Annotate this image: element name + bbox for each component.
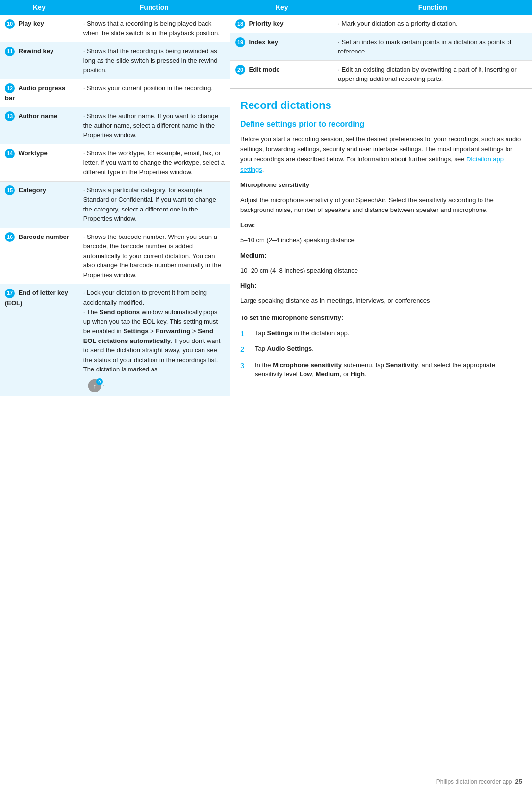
left-key-cell: 13 Author name — [0, 107, 78, 144]
steps-list: 1Tap Settings in the dictation app.2Tap … — [240, 328, 522, 379]
sensitivity-items: Low:5–10 cm (2–4 inches) speaking distan… — [240, 220, 522, 306]
func-list-item: Edit an existing dictation by overwritin… — [338, 65, 527, 84]
right-table-func-header: Function — [333, 0, 532, 15]
badge-15: 15 — [5, 185, 15, 195]
intro-end: . — [262, 166, 264, 173]
badge-18: 18 — [235, 19, 245, 29]
page-number: 25 — [515, 778, 522, 785]
eol-icon: ↑ 9 — [88, 379, 101, 392]
svg-text:↑: ↑ — [93, 382, 96, 390]
func-list-item: Set an index to mark certain points in a… — [338, 37, 527, 56]
record-dictations-section: Record dictations Define settings prior … — [230, 89, 532, 389]
badge-17: 17 — [5, 289, 15, 298]
step-item: 1Tap Settings in the dictation app. — [240, 328, 522, 340]
mic-intro-text: Adjust the microphone sensitivity of you… — [240, 195, 522, 216]
badge-10: 10 — [5, 19, 15, 29]
step-number: 2 — [240, 344, 252, 355]
left-table-func-header: Function — [78, 0, 230, 15]
left-func-cell: Shows the barcode number. When you scan … — [78, 228, 230, 284]
func-list-item: Lock your dictation to prevent it from b… — [83, 288, 225, 307]
func-list-item: Mark your dictation as a priority dictat… — [338, 19, 527, 28]
step-text: Tap Settings in the dictation app. — [255, 328, 522, 338]
left-func-cell: Lock your dictation to prevent it from b… — [78, 284, 230, 396]
left-key-cell: 12 Audio progress bar — [0, 79, 78, 107]
right-key-cell: 19 Index key — [230, 33, 333, 60]
left-column: Key Function 10 Play keyShows that a rec… — [0, 0, 230, 790]
step-item: 2Tap Audio Settings. — [240, 344, 522, 355]
left-key-cell: 15 Category — [0, 181, 78, 228]
func-list-item: Shows the barcode number. When you scan … — [83, 232, 225, 280]
left-func-cell: Shows that a recording is being played b… — [78, 15, 230, 42]
intro-paragraph: Before you start a recording session, se… — [240, 134, 522, 175]
set-sensitivity-heading: To set the microphone sensitivity: — [240, 313, 522, 323]
func-list-item: Shows a particular category, for example… — [83, 185, 225, 224]
func-list-item: Shows the author name. If you want to ch… — [83, 111, 225, 140]
period-text: . — [102, 380, 104, 388]
sensitivity-label: High: — [240, 281, 522, 291]
step-number: 1 — [240, 328, 252, 340]
func-list-item: Shows your current position in the recor… — [83, 83, 225, 93]
left-key-cell: 11 Rewind key — [0, 42, 78, 79]
right-key-cell: 18 Priority key — [230, 15, 333, 33]
badge-20: 20 — [235, 65, 245, 75]
sensitivity-desc: 10–20 cm (4–8 inches) speaking distance — [240, 266, 522, 276]
left-func-cell: Shows the worktype, for example, email, … — [78, 144, 230, 182]
step-item: 3In the Microphone sensitivity sub-menu,… — [240, 360, 522, 379]
sensitivity-label: Medium: — [240, 251, 522, 261]
step-number: 3 — [240, 360, 252, 371]
define-settings-subtitle: Define settings prior to recording — [240, 120, 522, 129]
right-column: Key Function 18 Priority keyMark your di… — [230, 0, 532, 790]
step-text: Tap Audio Settings. — [255, 344, 522, 354]
badge-14: 14 — [5, 149, 15, 158]
microphone-sensitivity-heading: Microphone sensitivity — [240, 180, 522, 190]
left-key-cell: 17 End of letter key (EOL) — [0, 284, 78, 396]
right-func-cell: Edit an existing dictation by overwritin… — [333, 60, 532, 88]
left-key-function-table: Key Function 10 Play keyShows that a rec… — [0, 0, 230, 396]
right-table-key-header: Key — [230, 0, 333, 15]
func-list-item: Shows the worktype, for example, email, … — [83, 148, 225, 177]
sensitivity-desc: Large speaking distance as in meetings, … — [240, 296, 522, 306]
step-text: In the Microphone sensitivity sub-menu, … — [255, 360, 522, 379]
page-footer: Philips dictation recorder app 25 — [436, 778, 522, 785]
right-func-cell: Set an index to mark certain points in a… — [333, 33, 532, 60]
badge-19: 19 — [235, 37, 245, 47]
left-key-cell: 16 Barcode number — [0, 228, 78, 284]
right-key-cell: 20 Edit mode — [230, 60, 333, 88]
badge-16: 16 — [5, 232, 15, 242]
left-table-key-header: Key — [0, 0, 78, 15]
eol-badge: 9 — [96, 378, 103, 385]
right-top-section: Key Function 18 Priority keyMark your di… — [230, 0, 532, 89]
func-list-item: Shows that a recording is being played b… — [83, 19, 225, 38]
sensitivity-label: Low: — [240, 220, 522, 231]
record-dictations-title: Record dictations — [240, 99, 522, 112]
badge-13: 13 — [5, 111, 15, 121]
sensitivity-desc: 5–10 cm (2–4 inches) speaking distance — [240, 236, 522, 246]
left-key-cell: 10 Play key — [0, 15, 78, 42]
left-func-cell: Shows that the recording is being rewind… — [78, 42, 230, 79]
left-func-cell: Shows a particular category, for example… — [78, 181, 230, 228]
right-key-function-table: Key Function 18 Priority keyMark your di… — [230, 0, 532, 88]
right-func-cell: Mark your dictation as a priority dictat… — [333, 15, 532, 33]
left-func-cell: Shows your current position in the recor… — [78, 79, 230, 107]
badge-11: 11 — [5, 47, 15, 56]
func-list-item: The Send options window automatically po… — [83, 307, 225, 374]
func-list-item: Shows that the recording is being rewind… — [83, 46, 225, 75]
badge-12: 12 — [5, 83, 15, 93]
footer-app-name: Philips dictation recorder app — [436, 778, 512, 785]
left-key-cell: 14 Worktype — [0, 144, 78, 182]
left-func-cell: Shows the author name. If you want to ch… — [78, 107, 230, 144]
